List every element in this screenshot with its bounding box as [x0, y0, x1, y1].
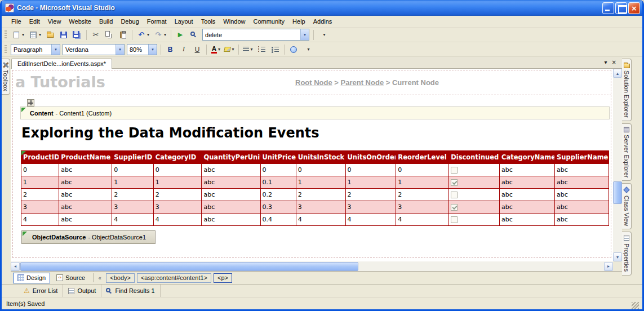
redo-button[interactable]: ↷▾ [152, 29, 168, 41]
menu-item-file[interactable]: File [7, 16, 25, 26]
minimize-button[interactable] [602, 2, 614, 14]
toolbar-overflow-button[interactable]: ▾ [318, 29, 330, 41]
save-button[interactable] [57, 29, 70, 41]
tag-nav-back-icon[interactable]: « [97, 275, 103, 281]
scroll-down-icon[interactable]: ▾ [613, 252, 622, 261]
redo-dropdown-icon[interactable]: ▾ [164, 33, 166, 37]
copy-button[interactable] [103, 29, 116, 41]
font-name-combo[interactable]: Verdana ▾ [63, 44, 125, 55]
font-name-dropdown-icon[interactable]: ▾ [116, 45, 124, 55]
menu-item-edit[interactable]: Edit [25, 16, 44, 26]
gridview-smart-tag-icon[interactable] [21, 151, 26, 156]
breadcrumb-parent-node[interactable]: Parent Node [341, 78, 384, 87]
panel-tab-error-list[interactable]: ⚠Error List [19, 285, 63, 297]
vertical-scrollbar-thumb[interactable] [613, 181, 622, 204]
scroll-left-icon[interactable]: ◂ [11, 262, 20, 271]
undo-dropdown-icon[interactable]: ▾ [147, 33, 149, 37]
hyperlink-button[interactable] [287, 44, 300, 55]
menu-item-tools[interactable]: Tools [197, 16, 220, 26]
scroll-up-icon[interactable]: ▴ [613, 69, 622, 78]
formatting-overflow-button[interactable]: ▾ [302, 43, 314, 55]
numbered-list-button[interactable] [255, 44, 268, 55]
title-bar[interactable]: Code - Microsoft Visual Studio × [2, 0, 642, 16]
new-project-button[interactable]: ▾ [10, 29, 26, 41]
menu-item-debug[interactable]: Debug [117, 16, 143, 26]
content-smart-tag-icon[interactable] [21, 108, 26, 112]
toolbar-grip[interactable] [5, 30, 7, 39]
find-in-files-button[interactable] [188, 29, 200, 41]
tab-properties[interactable]: Properties [622, 232, 632, 275]
add-item-dropdown-icon[interactable]: ▾ [39, 33, 41, 37]
objectdatasource-control[interactable]: ObjectDataSource - ObjectDataSource1 [21, 230, 156, 244]
tab-toolbox[interactable]: Toolbox [2, 59, 10, 95]
paste-button[interactable] [117, 29, 129, 41]
find-combo[interactable]: ▾ [202, 29, 309, 41]
move-handle-icon[interactable] [27, 99, 34, 106]
save-all-button[interactable] [71, 29, 83, 41]
find-combo-input[interactable] [203, 32, 300, 38]
menu-item-window[interactable]: Window [219, 16, 249, 26]
open-file-button[interactable] [44, 29, 56, 41]
italic-button[interactable]: I [177, 44, 190, 55]
font-size-combo[interactable]: 80% ▾ [127, 44, 157, 55]
breadcrumb-root-node[interactable]: Root Node [295, 78, 332, 87]
maximize-button[interactable] [615, 2, 627, 14]
block-format-combo[interactable]: Paragraph ▾ [11, 44, 60, 55]
document-list-dropdown-icon[interactable]: ▾ [605, 60, 607, 65]
cut-button[interactable]: ✂ [90, 29, 102, 41]
toolbar-grip[interactable] [5, 45, 7, 54]
close-button[interactable]: × [628, 2, 640, 14]
gridview-control[interactable]: ProductIDProductNameSupplierIDCategoryID… [21, 150, 609, 226]
bullet-list-button[interactable] [269, 44, 281, 55]
add-item-button[interactable]: ▾ [27, 29, 43, 41]
menu-item-addins[interactable]: Addins [309, 16, 336, 26]
menu-item-website[interactable]: Website [65, 16, 95, 26]
resize-grip[interactable] [632, 302, 639, 309]
tab-toolbox-label: Toolbox [2, 70, 9, 91]
document-tab[interactable]: EditInsertDele...ionEvents.aspx* [11, 59, 112, 69]
bold-button[interactable]: B [164, 44, 176, 55]
menu-item-view[interactable]: View [44, 16, 65, 26]
menu-item-format[interactable]: Format [143, 16, 171, 26]
content-region-header[interactable]: Content - Content1 (Custom) [20, 106, 610, 119]
close-document-icon[interactable]: × [612, 60, 616, 65]
font-color-dropdown-icon[interactable]: ▾ [218, 47, 220, 52]
underline-button[interactable]: U [191, 44, 203, 55]
panel-tab-output[interactable]: Output [63, 285, 101, 297]
highlight-button[interactable]: ▾ [223, 44, 236, 55]
design-view-button[interactable]: Design [13, 273, 50, 283]
highlight-dropdown-icon[interactable]: ▾ [232, 47, 234, 52]
block-format-dropdown-icon[interactable]: ▾ [51, 45, 60, 55]
align-button[interactable]: ▾ [242, 44, 254, 55]
panel-tab-find-results[interactable]: Find Results 1 [101, 285, 160, 297]
vertical-scrollbar[interactable]: ▴ ▾ [613, 69, 622, 261]
font-size-dropdown-icon[interactable]: ▾ [148, 45, 157, 55]
align-dropdown-icon[interactable]: ▾ [250, 47, 252, 52]
ods-name: ObjectDataSource [32, 234, 86, 241]
grid-cell: 1 [296, 176, 345, 189]
source-view-button[interactable]: ‹› Source [52, 273, 90, 283]
horizontal-scrollbar-thumb[interactable] [20, 262, 358, 271]
undo-button[interactable]: ↶▾ [135, 29, 151, 41]
tag-chip[interactable]: <asp:content#content1> [137, 273, 211, 283]
tag-chip[interactable]: <body> [106, 273, 135, 283]
grid-cell [449, 214, 500, 226]
menu-item-help[interactable]: Help [288, 16, 309, 26]
font-color-button[interactable]: A▾ [210, 44, 222, 55]
ods-smart-tag-icon[interactable] [23, 232, 27, 236]
menu-item-community[interactable]: Community [249, 16, 288, 26]
tab-class-view[interactable]: Class View [622, 183, 632, 229]
menu-item-layout[interactable]: Layout [171, 16, 197, 26]
new-project-dropdown-icon[interactable]: ▾ [22, 33, 24, 37]
content-region[interactable]: Content - Content1 (Custom) Exploring th… [20, 106, 610, 250]
find-combo-dropdown-icon[interactable]: ▾ [300, 29, 309, 40]
tag-chip[interactable]: <p> [214, 273, 232, 283]
scroll-right-icon[interactable]: ▸ [604, 262, 613, 271]
horizontal-scrollbar[interactable]: ◂ ▸ [11, 261, 613, 271]
tab-solution-explorer[interactable]: Solution Explorer [622, 59, 632, 121]
design-surface[interactable]: a Tutorials Root Node > Parent Node > Cu… [11, 69, 613, 261]
overflow-chevron-icon: ▾ [307, 47, 309, 52]
menu-item-build[interactable]: Build [95, 16, 117, 26]
start-debugging-button[interactable]: ▶ [174, 29, 186, 41]
tab-server-explorer[interactable]: Server Explorer [622, 123, 632, 181]
